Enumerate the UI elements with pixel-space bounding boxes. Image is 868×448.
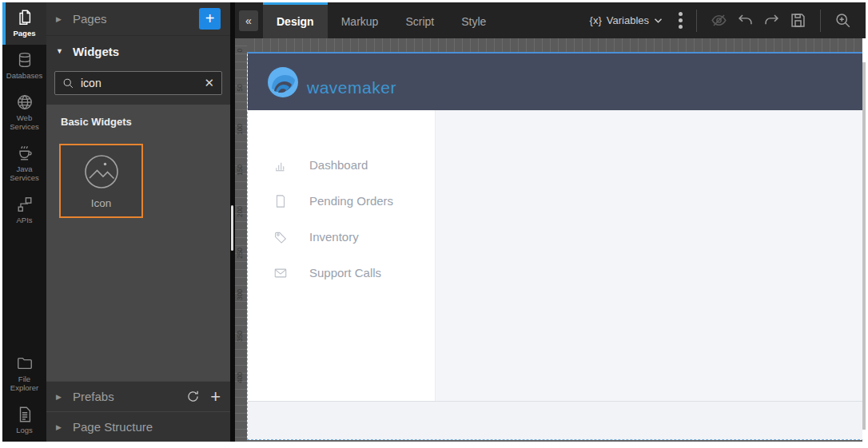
widgets-section-label: Widgets bbox=[73, 45, 119, 58]
widget-tile-label: Icon bbox=[91, 197, 112, 209]
ruler-tick: 50 bbox=[236, 82, 247, 94]
prefabs-section-header[interactable]: ▶ Prefabs + bbox=[46, 381, 230, 411]
editor-tabbar: « Design Markup Script Style {x} Variabl… bbox=[235, 2, 866, 38]
rail-item-java-services[interactable]: Java Services bbox=[2, 138, 46, 189]
collapse-panel-button[interactable]: « bbox=[239, 10, 258, 31]
chevron-right-icon: ▶ bbox=[56, 423, 64, 431]
rail-item-label: Logs bbox=[16, 426, 33, 435]
rail-item-pages[interactable]: Pages bbox=[2, 2, 46, 45]
page-structure-section-label: Page Structure bbox=[73, 420, 153, 434]
rail-item-label: Web Services bbox=[6, 114, 43, 132]
nav-item-inventory[interactable]: Inventory bbox=[248, 219, 435, 255]
ruler-tick: 0 bbox=[236, 45, 247, 57]
pages-icon bbox=[16, 9, 34, 26]
nav-item-label: Pending Orders bbox=[309, 194, 393, 208]
eye-off-icon bbox=[711, 12, 727, 29]
wavemaker-logo-icon bbox=[264, 63, 302, 101]
variables-label: Variables bbox=[607, 14, 649, 26]
chevron-right-icon: ▶ bbox=[56, 393, 64, 401]
widgets-section-header[interactable]: ▼ Widgets bbox=[46, 36, 230, 66]
widget-tile-icon[interactable]: Icon bbox=[59, 144, 143, 218]
zoom-in-button[interactable] bbox=[830, 9, 856, 32]
ruler-tick: 200 bbox=[236, 206, 247, 218]
ruler-tick: 250 bbox=[236, 248, 247, 260]
image-circle-icon bbox=[83, 153, 120, 190]
tab-design[interactable]: Design bbox=[263, 2, 328, 38]
preview-eye-off-button[interactable] bbox=[706, 9, 732, 32]
api-nodes-icon bbox=[16, 196, 34, 213]
wavemaker-studio: Pages Databases Web Services Java Servic… bbox=[2, 2, 866, 442]
vertical-scrollbar[interactable] bbox=[862, 62, 866, 430]
mail-icon bbox=[273, 266, 288, 280]
activity-rail: Pages Databases Web Services Java Servic… bbox=[2, 2, 46, 442]
more-options-menu[interactable] bbox=[674, 9, 687, 32]
rail-item-label: Java Services bbox=[6, 165, 43, 183]
pages-section-header[interactable]: ▶ Pages + bbox=[46, 2, 230, 36]
refresh-icon[interactable] bbox=[186, 390, 200, 403]
log-file-icon bbox=[16, 406, 34, 423]
pages-section-label: Pages bbox=[73, 12, 107, 26]
prefabs-actions: + bbox=[186, 388, 221, 406]
nav-item-support-calls[interactable]: Support Calls bbox=[248, 255, 435, 291]
rail-spacer bbox=[2, 231, 46, 348]
canvas-scroll-area bbox=[862, 38, 866, 442]
clear-search-icon[interactable]: ✕ bbox=[204, 76, 214, 90]
folder-icon bbox=[16, 355, 34, 372]
nav-item-dashboard[interactable]: Dashboard bbox=[248, 147, 435, 183]
chevron-right-icon: ▶ bbox=[56, 15, 64, 23]
ruler-tick: 400 bbox=[236, 372, 247, 384]
main-area: « Design Markup Script Style {x} Variabl… bbox=[235, 2, 866, 442]
app-content-area[interactable] bbox=[436, 110, 863, 401]
widget-search-value: icon bbox=[81, 77, 102, 89]
canvas-page[interactable]: wavemaker Dashboard Pending Orders bbox=[247, 52, 864, 440]
rail-item-label: APIs bbox=[16, 216, 32, 225]
rail-item-databases[interactable]: Databases bbox=[2, 45, 46, 87]
rail-item-apis[interactable]: APIs bbox=[2, 189, 46, 232]
undo-icon bbox=[737, 12, 754, 29]
variables-icon: {x} bbox=[590, 14, 602, 26]
page-body: Dashboard Pending Orders Inventory bbox=[248, 110, 863, 401]
search-icon bbox=[62, 77, 74, 89]
ruler-tick: 300 bbox=[236, 289, 247, 301]
rail-item-label: Pages bbox=[14, 30, 36, 38]
horizontal-ruler bbox=[247, 38, 866, 52]
left-panel: ▶ Pages + ▼ Widgets icon ✕ Basic Widgets… bbox=[46, 2, 230, 442]
brand-text: wavemaker bbox=[307, 78, 396, 97]
nav-item-label: Inventory bbox=[309, 230, 359, 244]
save-icon bbox=[790, 12, 806, 29]
app-side-nav: Dashboard Pending Orders Inventory bbox=[248, 110, 436, 401]
variables-dropdown[interactable]: {x} Variables bbox=[590, 14, 663, 26]
rail-item-logs[interactable]: Logs bbox=[2, 399, 46, 442]
app-header[interactable]: wavemaker bbox=[248, 54, 863, 110]
page-structure-section-header[interactable]: ▶ Page Structure bbox=[46, 411, 230, 442]
coffee-icon bbox=[16, 145, 34, 162]
redo-icon bbox=[763, 12, 780, 29]
panel-resize-handle[interactable] bbox=[231, 205, 233, 251]
nav-item-label: Dashboard bbox=[309, 158, 368, 172]
redo-button[interactable] bbox=[759, 9, 785, 32]
document-icon bbox=[273, 194, 288, 208]
rail-item-label: File Explorer bbox=[6, 375, 43, 393]
nav-item-label: Support Calls bbox=[309, 266, 381, 280]
rail-item-web-services[interactable]: Web Services bbox=[2, 87, 46, 138]
tag-icon bbox=[273, 230, 288, 244]
design-workspace: 0 50 100 150 200 250 300 350 400 bbox=[235, 38, 866, 442]
rail-item-file-explorer[interactable]: File Explorer bbox=[2, 348, 46, 399]
nav-item-pending-orders[interactable]: Pending Orders bbox=[248, 183, 435, 219]
tab-script[interactable]: Script bbox=[392, 2, 448, 38]
toolbar-separator bbox=[696, 10, 697, 32]
chevron-down-icon bbox=[654, 18, 663, 24]
add-prefab-icon[interactable]: + bbox=[210, 388, 221, 406]
add-page-button[interactable]: + bbox=[199, 8, 221, 30]
tab-markup[interactable]: Markup bbox=[328, 2, 392, 38]
prefabs-section-label: Prefabs bbox=[73, 390, 114, 403]
zoom-in-icon bbox=[834, 12, 851, 29]
undo-button[interactable] bbox=[732, 9, 759, 32]
widget-search-input[interactable]: icon ✕ bbox=[54, 71, 222, 95]
basic-widgets-title: Basic Widgets bbox=[61, 116, 222, 128]
rail-item-label: Databases bbox=[6, 72, 42, 81]
save-button[interactable] bbox=[785, 9, 811, 32]
tab-style[interactable]: Style bbox=[448, 2, 500, 38]
editor-toolbar: {x} Variables bbox=[590, 2, 866, 38]
app-footer[interactable] bbox=[248, 401, 863, 439]
